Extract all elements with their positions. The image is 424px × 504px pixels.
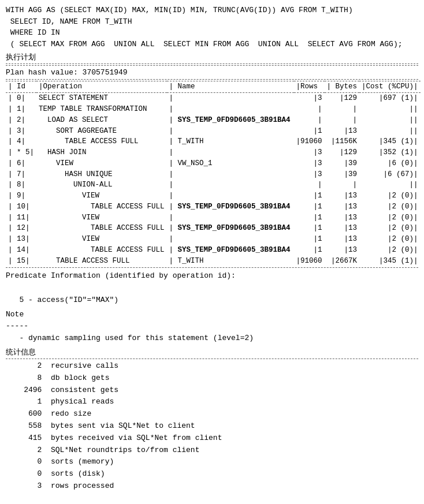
table-top-divider: [6, 79, 418, 80]
table-row: | 7| HASH UNIQUE | |3 |39 |6 (67)|: [6, 169, 421, 180]
row-bytes: |: [325, 115, 360, 126]
row-bytes: |39: [325, 158, 360, 169]
row-operation: TABLE ACCESS FULL: [36, 223, 167, 234]
row-operation: TABLE ACCESS FULL: [36, 245, 167, 256]
sql-text: WITH AGG AS (SELECT MAX(ID) MAX, MIN(ID)…: [6, 5, 418, 50]
row-id: | 3|: [6, 126, 36, 137]
row-bytes: |39: [325, 169, 360, 180]
row-cost: |352 (1)|: [359, 147, 421, 158]
note-block: Note ----- - dynamic sampling used for t…: [6, 309, 418, 345]
col-id: | Id: [6, 81, 36, 93]
row-rows: |3: [294, 147, 325, 158]
row-operation: TABLE ACCESS FULL: [36, 201, 167, 212]
row-cost: |6 (67)|: [359, 169, 421, 180]
row-rows: |: [294, 115, 325, 126]
row-name: | SYS_TEMP_0FD9D6605_3B91BA4: [167, 223, 294, 234]
row-rows: |1: [294, 223, 325, 234]
row-rows: |3: [294, 158, 325, 169]
table-row: | 1| TEMP TABLE TRANSFORMATION | | | ||: [6, 104, 421, 115]
row-bytes: |: [325, 180, 360, 191]
row-name: |: [167, 147, 294, 158]
row-rows: |: [294, 180, 325, 191]
row-id: | 6|: [6, 158, 36, 169]
row-operation: SELECT STATEMENT: [36, 93, 167, 104]
divider-1: [6, 64, 418, 64]
row-bytes: |129: [325, 93, 360, 104]
table-row: | 8| UNION-ALL | | | ||: [6, 180, 421, 191]
row-name: | SYS_TEMP_0FD9D6605_3B91BA4: [167, 201, 294, 212]
row-cost: |697 (1)|: [359, 93, 421, 104]
row-id: | 9|: [6, 191, 36, 201]
row-operation: VIEW: [36, 212, 167, 223]
row-cost: ||: [359, 104, 421, 115]
row-operation: VIEW: [36, 191, 167, 201]
row-id: | 0|: [6, 93, 36, 104]
row-name: |: [167, 104, 294, 115]
row-operation: TABLE ACCESS FULL: [36, 256, 167, 267]
plan-table: | Id |Operation | Name |Rows | Bytes |Co…: [6, 81, 421, 266]
row-id: | 14|: [6, 245, 36, 256]
table-row: | 2| LOAD AS SELECT | SYS_TEMP_0FD9D6605…: [6, 115, 421, 126]
row-operation: UNION-ALL: [36, 180, 167, 191]
row-bytes: |129: [325, 147, 360, 158]
row-id: | 15|: [6, 256, 36, 267]
row-bytes: |13: [325, 223, 360, 234]
execution-plan-title: 执行计划: [6, 52, 418, 62]
table-row: | 9| VIEW | |1 |13 |2 (0)|: [6, 191, 421, 201]
row-bytes: |13: [325, 201, 360, 212]
col-name: | Name: [167, 81, 294, 93]
row-bytes: |13: [325, 191, 360, 201]
table-row: | 13| VIEW | |1 |13 |2 (0)|: [6, 234, 421, 245]
row-rows: |91060: [294, 136, 325, 147]
col-cost: |Cost (%CPU)|: [359, 81, 421, 93]
table-row: | * 5| HASH JOIN | |3 |129 |352 (1)|: [6, 147, 421, 158]
row-id: | 1|: [6, 104, 36, 115]
row-cost: |2 (0)|: [359, 212, 421, 223]
row-id: | 12|: [6, 223, 36, 234]
row-name: |: [167, 126, 294, 137]
stats-title: 统计信息: [6, 347, 418, 357]
row-rows: |1: [294, 234, 325, 245]
row-rows: |91060: [294, 256, 325, 267]
row-id: | 10|: [6, 201, 36, 212]
table-row: | 11| VIEW | |1 |13 |2 (0)|: [6, 212, 421, 223]
row-rows: |1: [294, 126, 325, 137]
table-row: | 15| TABLE ACCESS FULL | T_WITH |91060 …: [6, 256, 421, 267]
row-bytes: |: [325, 104, 360, 115]
row-name: | T_WITH: [167, 256, 294, 267]
table-row: | 3| SORT AGGREGATE | |1 |13 ||: [6, 126, 421, 137]
row-name: |: [167, 169, 294, 180]
table-row: | 6| VIEW | VW_NSO_1 |3 |39 |6 (0)|: [6, 158, 421, 169]
row-rows: |1: [294, 191, 325, 201]
col-operation: |Operation: [36, 81, 167, 93]
stats-divider: [6, 359, 418, 359]
table-row: | 0| SELECT STATEMENT | |3 |129 |697 (1)…: [6, 93, 421, 104]
row-cost: |345 (1)|: [359, 256, 421, 267]
row-rows: |1: [294, 201, 325, 212]
col-rows: |Rows: [294, 81, 325, 93]
row-bytes: |2667K: [325, 256, 360, 267]
row-cost: |6 (0)|: [359, 158, 421, 169]
row-cost: ||: [359, 180, 421, 191]
row-name: |: [167, 180, 294, 191]
col-bytes: | Bytes: [325, 81, 360, 93]
row-name: |: [167, 191, 294, 201]
row-operation: LOAD AS SELECT: [36, 115, 167, 126]
row-name: | SYS_TEMP_0FD9D6605_3B91BA4: [167, 115, 294, 126]
row-cost: |2 (0)|: [359, 234, 421, 245]
row-bytes: |13: [325, 212, 360, 223]
row-name: | T_WITH: [167, 136, 294, 147]
row-rows: |: [294, 104, 325, 115]
row-rows: |3: [294, 93, 325, 104]
row-id: | 2|: [6, 115, 36, 126]
row-operation: TEMP TABLE TRANSFORMATION: [36, 104, 167, 115]
row-rows: |1: [294, 245, 325, 256]
row-operation: TABLE ACCESS FULL: [36, 136, 167, 147]
row-operation: HASH UNIQUE: [36, 169, 167, 180]
predicate-block: Predicate Information (identified by ope…: [6, 270, 418, 306]
row-rows: |3: [294, 169, 325, 180]
row-bytes: |13: [325, 126, 360, 137]
row-bytes: |1156K: [325, 136, 360, 147]
row-cost: ||: [359, 115, 421, 126]
stats-block: 2 recursive calls 8 db block gets 2496 c…: [6, 360, 418, 492]
